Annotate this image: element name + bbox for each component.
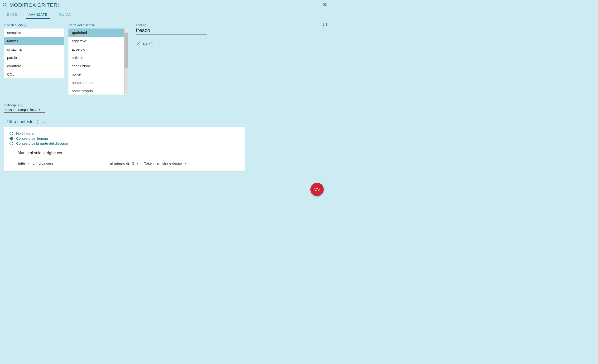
pos-listbox[interactable]: qualsiasi aggettivo avverbio articolo co… [68, 28, 124, 95]
svg-point-0 [325, 24, 325, 25]
query-type-option[interactable]: carattere [4, 62, 64, 70]
pos-option[interactable]: nome [68, 70, 124, 78]
radio-label: Contesto del lemma [16, 136, 48, 141]
radio-icon [9, 142, 13, 145]
filter-radio-none[interactable]: Non filtrare [9, 131, 240, 136]
caret-down-icon: ▼ [39, 108, 41, 111]
query-type-label: Tipo di query ? [4, 23, 64, 27]
query-type-listbox[interactable]: semplice lemma sintagma parola carattere… [4, 28, 64, 78]
tab-guide[interactable]: GUIDA [57, 11, 73, 19]
context-value-input[interactable] [38, 161, 107, 166]
scroll-thumb[interactable] [125, 33, 128, 68]
subcorpus-dropdown[interactable]: nessuno (corpus int… ▼ [4, 108, 45, 113]
case-toggle[interactable]: A = a ? [136, 41, 328, 46]
pos-option[interactable]: nome proprio [68, 87, 124, 95]
lemma-input-label: Lemma [136, 23, 328, 27]
dialog-header: MODIFICA CRITERI [0, 0, 332, 9]
caret-down-icon: ▼ [27, 162, 29, 165]
radio-label: Contesto della parte del discorso [16, 141, 68, 145]
lemma-input[interactable] [136, 27, 207, 35]
radio-icon [9, 137, 13, 141]
token-text: Token [144, 161, 154, 165]
pos-option[interactable]: avverbio [68, 45, 124, 53]
side-dropdown[interactable]: sinistra e destra ▼ [156, 161, 190, 166]
keep-rows-text: Mantieni solo le righe con [9, 151, 240, 155]
go-button[interactable]: VAI [310, 183, 324, 196]
query-type-option[interactable]: parola [4, 53, 64, 62]
scroll-down-icon[interactable]: ﹀ [125, 91, 128, 95]
case-toggle-text: A = a ? [143, 42, 153, 46]
quantifier-dropdown[interactable]: tutte ▼ [17, 161, 30, 166]
subcorpus-value: nessuno (corpus int… [5, 108, 37, 112]
query-type-option[interactable]: lemma [4, 37, 64, 45]
side-value: sinistra e destra [157, 161, 182, 165]
help-icon[interactable]: ? [20, 104, 23, 107]
query-type-option[interactable]: sintagma [4, 45, 64, 53]
subcorpus-label: Subcorpus ? [4, 103, 328, 107]
help-icon[interactable]: ? [24, 24, 27, 27]
help-icon[interactable]: ? [36, 120, 39, 124]
query-type-option[interactable]: semplice [4, 28, 64, 37]
query-type-option[interactable]: CQL [4, 70, 64, 78]
tab-base[interactable]: BASE [5, 11, 19, 19]
of-text: di [33, 161, 35, 165]
close-icon[interactable] [321, 2, 328, 8]
dialog-title: MODIFICA CRITERI [9, 2, 59, 8]
collapse-icon[interactable]: ︿ [42, 120, 45, 124]
quantifier-value: tutte [18, 161, 25, 165]
scroll-up-icon[interactable]: ︿ [125, 28, 128, 33]
filter-radio-pos[interactable]: Contesto della parte del discorso [9, 141, 240, 146]
pos-option[interactable]: aggettivo [68, 37, 124, 45]
radio-label: Non filtrare [16, 131, 33, 135]
query-type-label-text: Tipo di query [4, 23, 23, 27]
within-text: all'interno di [110, 161, 129, 165]
count-value: 5 [132, 161, 134, 165]
pos-option[interactable]: articolo [68, 53, 124, 62]
tab-advanced[interactable]: AVANZATE [26, 11, 50, 19]
pos-option[interactable]: nome comune [68, 78, 124, 87]
subcorpus-label-text: Subcorpus [4, 103, 19, 107]
radio-icon [9, 132, 13, 135]
filter-radio-lemma[interactable]: Contesto del lemma [9, 136, 240, 141]
caret-down-icon: ▼ [184, 162, 186, 165]
tab-bar: BASE AVANZATE GUIDA [0, 9, 332, 19]
count-dropdown[interactable]: 5 ▼ [132, 161, 141, 166]
history-icon[interactable] [322, 22, 328, 28]
pos-option[interactable]: qualsiasi [68, 28, 124, 37]
check-icon [136, 41, 140, 46]
filter-context-title: Filtra contesto [7, 119, 33, 124]
pos-scrollbar[interactable]: ︿ ﹀ [124, 28, 128, 95]
filter-panel: Non filtrare Contesto del lemma Contesto… [4, 127, 245, 171]
go-button-label: VAI [314, 188, 320, 191]
caret-down-icon: ▼ [136, 162, 139, 165]
pos-option[interactable]: congiuzione [68, 62, 124, 70]
search-icon [2, 2, 8, 8]
pos-label: Parte del discorso [68, 23, 128, 27]
